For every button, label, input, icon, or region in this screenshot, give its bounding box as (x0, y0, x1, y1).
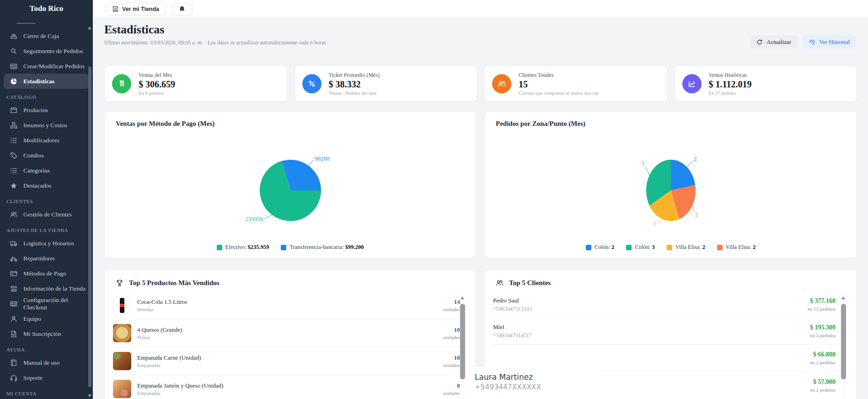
sidebar-item-logistica-y-horarios[interactable]: Logística y Horarios (4, 236, 89, 251)
sidebar-item-modificadores[interactable]: Modificadores (4, 133, 89, 148)
legend-item-villa-elisa-a[interactable]: Villa Elisa: 2 (667, 244, 705, 251)
sidebar-item-mi-suscripcion[interactable]: Mi Suscripción (4, 326, 89, 341)
refresh-button[interactable]: Actualizar (750, 35, 798, 49)
stat-caption: En 37 pedidos (709, 91, 752, 96)
topbar: Ver mi Tienda (93, 0, 868, 18)
product-image (113, 324, 131, 342)
sidebar: Todo Rico Cierre de Caja Seguimiento de … (0, 0, 93, 399)
stat-label: Ventas Históricas (709, 72, 752, 79)
sidebar-item-label: Insumos y Costos (23, 122, 67, 129)
clients-scrollbar[interactable] (841, 295, 847, 399)
notifications-button[interactable] (171, 3, 193, 16)
sidebar-scrollbar[interactable] (87, 21, 92, 399)
chart-legend: Colón: 2 Colón: 3 Villa Elisa: 2 Villa E… (485, 244, 857, 251)
payment-methods-pie-chart: 99200 235959 (194, 133, 386, 238)
book-icon (10, 359, 17, 367)
bell-icon (178, 5, 186, 13)
card-title: Top 5 Clientes (509, 279, 551, 287)
client-glitch-entry: Laura Martinez +5493447XXXXXX (475, 372, 599, 391)
sidebar-item-cierre-de-caja[interactable]: Cierre de Caja (4, 28, 89, 43)
top-products-list: Coca-Cola 1.5 Litros Bebidas 14unidades … (113, 291, 466, 399)
stats-row: $ Ventas del Mes $ 306.659 En 8 pedidos … (104, 65, 857, 102)
sidebar-item-gestion-de-clientes[interactable]: Gestión de Clientes (4, 207, 89, 222)
app-title: Todo Rico (0, 0, 93, 19)
card-title: Top 5 Productos Más Vendidos (129, 279, 220, 287)
legend-item-villa-elisa-b[interactable]: Villa Elisa: 2 (717, 244, 755, 251)
products-scrollbar[interactable] (460, 295, 466, 399)
stat-label: Ticket Promedio (Mes) (329, 72, 380, 79)
legend-swatch (217, 245, 222, 250)
client-row: Pedro Saul +5493447513333 $ 377.160en 13… (493, 291, 847, 318)
stat-value: $ 38.332 (329, 79, 380, 90)
unit-label: unidades (443, 391, 460, 396)
sidebar-item-estadisticas[interactable]: Estadísticas (4, 74, 89, 89)
product-row: 4 Quesos (Grande) Pizzas 10unidades (113, 319, 466, 347)
client-phone: +5493447513333 (493, 306, 808, 313)
product-name: Empanada Jamón y Queso (Unidad) (137, 382, 443, 389)
product-category: Empanadas (137, 390, 443, 396)
sidebar-item-label: Configuración del Checkout (23, 297, 86, 311)
receipt-icon: $ (112, 74, 131, 93)
sidebar-item-label: Soporte (23, 374, 43, 382)
client-name: Miel (493, 324, 810, 331)
sidebar-item-metodos-de-pago[interactable]: Métodos de Pago (4, 266, 89, 281)
sidebar-item-label: Gestión de Clientes (23, 211, 72, 218)
id-card-icon (10, 300, 17, 307)
sidebar-item-seguimiento-de-pedidos[interactable]: Seguimiento de Pedidos (4, 43, 89, 59)
page-title: Estadísticas (104, 23, 164, 37)
sidebar-item-configuracion-del-checkout[interactable]: Configuración del Checkout (4, 296, 89, 311)
sidebar-item-productos[interactable]: Productos (4, 102, 89, 118)
pie-chart-icon (10, 78, 17, 85)
star-icon (10, 182, 17, 189)
sidebar-item-categorias[interactable]: Categorías (4, 163, 89, 178)
unstyled-client-overlay: Laura Martinez +5493447XXXXXX Carlos Rod… (472, 367, 599, 399)
client-phone: +5493447514517 (493, 332, 810, 339)
sidebar-item-label: Productos (23, 107, 48, 114)
sidebar-item-insumos-y-costos[interactable]: Insumos y Costos (4, 118, 89, 133)
legend-item-efectivo[interactable]: Efectivo: $235.959 (217, 244, 269, 251)
product-image (113, 352, 131, 370)
sidebar-section-ayuda: AYUDA (0, 341, 93, 355)
scrollbar-thumb[interactable] (460, 304, 465, 379)
client-orders: en 2 pedidos (810, 387, 836, 393)
cubes-icon (10, 122, 17, 129)
legend-item-colon-2[interactable]: Colón: 2 (586, 244, 614, 251)
legend-swatch (626, 245, 632, 250)
pie-label: 2 (694, 155, 697, 162)
pie-slice-colon-2[interactable] (671, 160, 695, 190)
legend-item-transferencia[interactable]: Transferencia-bancaria: $99.200 (281, 244, 364, 251)
legend-item-colon-3[interactable]: Colón: 3 (626, 244, 654, 251)
view-history-button[interactable]: Ver Historial (803, 35, 856, 49)
client-orders: en 2 pedidos (810, 360, 836, 365)
sidebar-item-informacion-de-la-tienda[interactable]: Información de la Tienda (4, 281, 89, 296)
history-icon (809, 39, 815, 45)
pie-label: 3 (641, 160, 644, 167)
product-image (113, 380, 131, 398)
users-icon (492, 74, 511, 93)
sidebar-item-soporte[interactable]: Soporte (4, 370, 89, 385)
client-phone: +5493447XXXXXX (475, 383, 599, 391)
sidebar-item-label: Equipo (23, 315, 41, 323)
scroll-down-arrow-icon[interactable] (88, 394, 91, 397)
scroll-up-arrow-icon[interactable] (461, 297, 464, 299)
scrollbar-thumb[interactable] (841, 304, 846, 379)
legend-swatch (717, 245, 723, 250)
legend-swatch (586, 245, 591, 250)
sidebar-item-crear-modificar-pedidos[interactable]: Crear/Modificar Pedidos (4, 59, 89, 74)
store-icon (10, 285, 17, 292)
scroll-up-arrow-icon[interactable] (88, 27, 91, 29)
sidebar-section-ajustes: AJUSTES DE LA TIENDA (0, 222, 93, 236)
view-store-button[interactable]: Ver mi Tienda (106, 3, 165, 16)
sidebar-item-combos[interactable]: Combos (4, 148, 89, 163)
stat-value: 15 (519, 79, 599, 90)
unit-label: unidades (443, 363, 460, 368)
sidebar-item-repartidores[interactable]: Repartidores (4, 251, 89, 266)
scrollbar-thumb[interactable] (88, 66, 91, 387)
top-clients-list: Pedro Saul +5493447513333 $ 377.160en 13… (493, 291, 847, 399)
sidebar-item-equipo[interactable]: Equipo (4, 311, 89, 326)
sidebar-item-manual-de-uso[interactable]: Manual de uso (4, 355, 89, 370)
pie-label: 235959 (245, 216, 263, 222)
sidebar-item-destacados[interactable]: Destacados (4, 178, 89, 193)
scroll-up-arrow-icon[interactable] (841, 297, 845, 299)
zones-pie-chart: 2 2 2 3 (575, 133, 767, 238)
